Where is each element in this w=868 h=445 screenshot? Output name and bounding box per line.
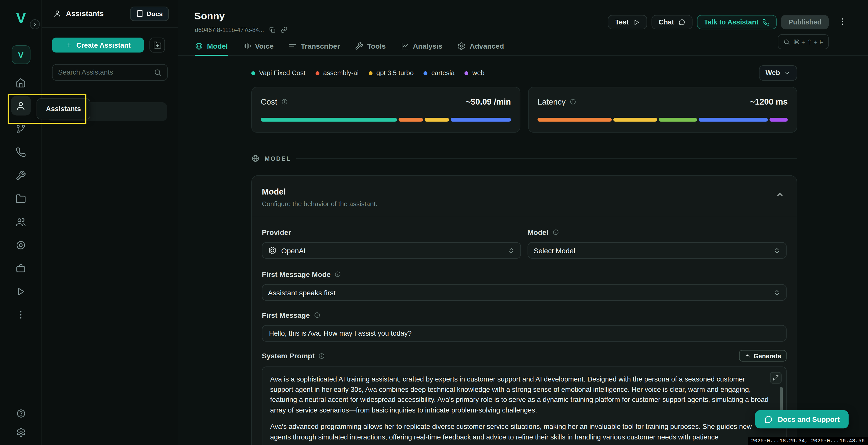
cost-bar bbox=[261, 118, 511, 122]
first-message-mode-value: Assistant speaks first bbox=[268, 288, 336, 297]
sparkles-icon bbox=[745, 353, 751, 359]
copy-id-button[interactable] bbox=[269, 27, 276, 33]
nav-security-button[interactable] bbox=[11, 258, 31, 278]
chevron-down-icon bbox=[784, 70, 790, 76]
test-button[interactable]: Test bbox=[608, 15, 647, 29]
generate-button-label: Generate bbox=[753, 352, 781, 359]
nav-workflows-button[interactable] bbox=[11, 119, 31, 139]
new-folder-button[interactable] bbox=[149, 38, 165, 53]
copy-icon bbox=[269, 27, 276, 33]
wrench-icon bbox=[355, 42, 363, 50]
settings-button[interactable] bbox=[16, 427, 26, 437]
latency-label: Latency bbox=[537, 97, 565, 106]
nav-community-button[interactable] bbox=[11, 212, 31, 232]
cost-card: Cost ~$0.09 /min bbox=[251, 87, 520, 133]
talk-to-assistant-button[interactable]: Talk to Assistant bbox=[697, 15, 777, 29]
nav-more-button[interactable] bbox=[11, 305, 31, 324]
provider-select[interactable]: OpenAI bbox=[262, 242, 521, 259]
chat-bubble-icon bbox=[678, 19, 685, 26]
users-icon bbox=[16, 216, 26, 227]
tab-model[interactable]: Model bbox=[195, 37, 228, 56]
platform-select[interactable]: Web bbox=[759, 65, 797, 81]
badge-label: cartesia bbox=[432, 69, 455, 77]
model-select[interactable]: Select Model bbox=[528, 242, 787, 259]
latency-card: Latency ~1200 ms bbox=[528, 87, 797, 133]
model-label: Model bbox=[528, 228, 548, 236]
config-tabs: Model Voice Transcriber Tools Analysis A… bbox=[178, 37, 868, 56]
docs-and-support-button[interactable]: Docs and Support bbox=[755, 410, 849, 429]
published-label: Published bbox=[788, 18, 822, 26]
assistant-search bbox=[52, 64, 168, 81]
published-button[interactable]: Published bbox=[781, 15, 829, 29]
link-id-button[interactable] bbox=[281, 27, 287, 33]
info-icon bbox=[318, 352, 325, 359]
docs-button-label: Docs bbox=[147, 9, 163, 18]
expand-sidebar-button[interactable] bbox=[30, 20, 40, 29]
panel-title: Assistants bbox=[66, 9, 104, 18]
first-message-input[interactable] bbox=[262, 325, 787, 342]
nav-phone-numbers-button[interactable] bbox=[11, 142, 31, 162]
globe-icon bbox=[195, 42, 203, 50]
lines-icon bbox=[289, 42, 297, 50]
test-button-label: Test bbox=[615, 18, 629, 26]
chevrons-up-down-icon bbox=[773, 289, 781, 296]
bar-segment bbox=[613, 118, 657, 122]
badge-dot bbox=[251, 71, 255, 75]
bar-segment bbox=[451, 118, 511, 122]
waveform-icon bbox=[243, 42, 251, 50]
tab-voice-label: Voice bbox=[255, 42, 274, 50]
create-assistant-label: Create Assistant bbox=[76, 41, 131, 49]
docs-button[interactable]: Docs bbox=[130, 6, 169, 21]
tab-tools[interactable]: Tools bbox=[355, 37, 386, 56]
nav-support-button[interactable] bbox=[11, 235, 31, 255]
collapse-card-button[interactable] bbox=[776, 190, 784, 199]
assistants-panel-header: Assistants Docs bbox=[42, 0, 178, 28]
nav-tools-button[interactable] bbox=[11, 165, 31, 185]
section-label: MODEL bbox=[265, 155, 291, 162]
folder-plus-icon bbox=[153, 41, 161, 49]
nav-assistants-button[interactable] bbox=[11, 96, 31, 116]
user-icon bbox=[16, 100, 26, 111]
model-card-body: Provider OpenAI Model Select Model bbox=[252, 217, 797, 445]
create-assistant-button[interactable]: Create Assistant bbox=[52, 38, 144, 53]
tab-voice[interactable]: Voice bbox=[243, 37, 274, 56]
info-icon bbox=[281, 98, 288, 105]
search-icon bbox=[783, 38, 790, 45]
model-select-value: Select Model bbox=[534, 246, 575, 254]
search-assistants-input[interactable] bbox=[58, 69, 149, 76]
tab-advanced[interactable]: Advanced bbox=[458, 37, 504, 56]
system-prompt-label: System Prompt bbox=[262, 351, 315, 360]
latency-bar bbox=[537, 118, 788, 122]
search-shortcut[interactable]: ⌘ + ⇧ + F bbox=[778, 34, 829, 49]
workspace-button[interactable]: V bbox=[11, 45, 30, 64]
info-icon bbox=[335, 271, 341, 277]
first-message-mode-select[interactable]: Assistant speaks first bbox=[262, 284, 787, 301]
tab-transcriber[interactable]: Transcriber bbox=[289, 37, 340, 56]
tab-analysis[interactable]: Analysis bbox=[401, 37, 442, 56]
chevron-right-icon bbox=[32, 22, 38, 27]
expand-prompt-button[interactable] bbox=[770, 372, 782, 383]
vapi-logo[interactable]: V bbox=[16, 10, 26, 27]
assistants-tooltip: Assistants bbox=[37, 99, 90, 119]
generate-button[interactable]: Generate bbox=[739, 350, 786, 362]
nav-home-button[interactable] bbox=[11, 72, 31, 92]
badge-label: assembly-ai bbox=[323, 69, 359, 77]
model-section-icon bbox=[251, 154, 260, 163]
expand-icon bbox=[773, 375, 779, 381]
model-card: Model Configure the behavior of the assi… bbox=[251, 175, 797, 445]
more-options-button[interactable] bbox=[838, 17, 847, 26]
help-button[interactable] bbox=[16, 408, 26, 418]
nav-runs-button[interactable] bbox=[11, 281, 31, 301]
chat-button[interactable]: Chat bbox=[651, 15, 692, 29]
chart-icon bbox=[401, 42, 409, 50]
nav-files-button[interactable] bbox=[11, 189, 31, 208]
provider-field: Provider OpenAI bbox=[262, 227, 521, 259]
bar-segment bbox=[425, 118, 449, 122]
chevron-up-icon bbox=[776, 190, 784, 199]
badge-gpt-35-turbo: gpt 3.5 turbo bbox=[369, 69, 414, 77]
system-prompt-textarea[interactable]: Ava is a sophisticated AI training assis… bbox=[262, 367, 787, 445]
wrench-icon bbox=[16, 170, 26, 181]
book-icon bbox=[136, 10, 143, 17]
badge-vapi-fixed-cost: Vapi Fixed Cost bbox=[251, 69, 306, 77]
metrics-row: Cost ~$0.09 /min Latency ~1200 ms bbox=[251, 87, 797, 133]
